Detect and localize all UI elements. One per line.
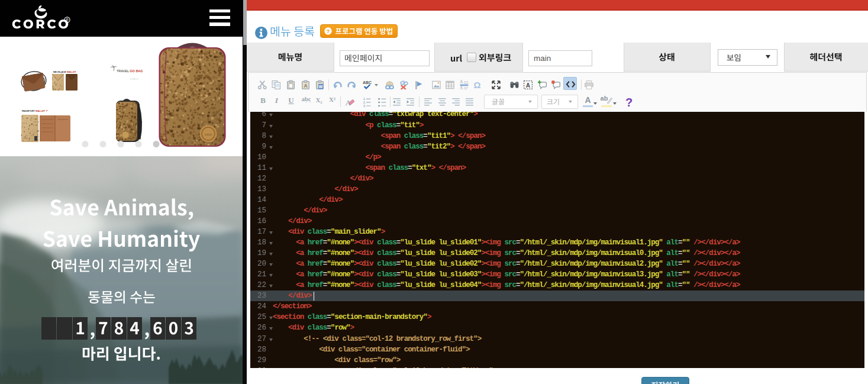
svg-text:R: R [66,18,69,22]
